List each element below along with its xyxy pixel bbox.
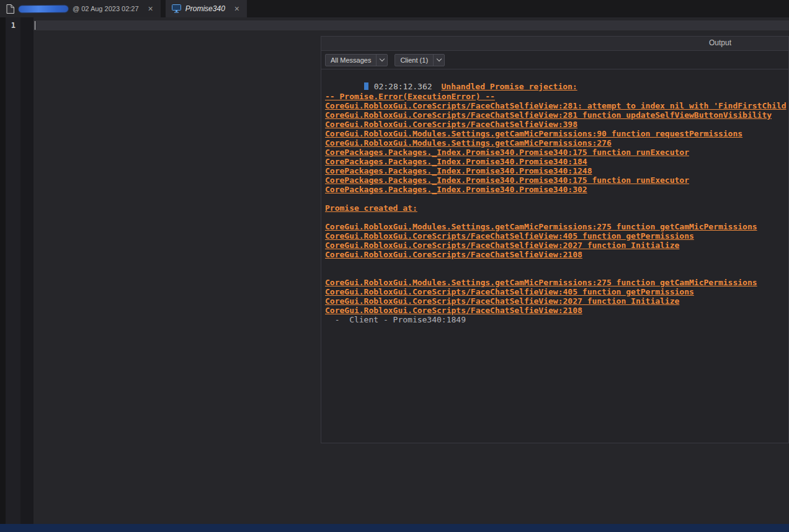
log-line[interactable]: CorePackages.Packages._Index.Promise340.…	[325, 166, 788, 175]
dropdown-label: Client (1)	[395, 55, 433, 66]
context-filter-dropdown[interactable]: Client (1)	[394, 54, 445, 66]
log-blank-line	[325, 194, 788, 203]
place-file-icon	[6, 4, 14, 14]
code-fold-margin	[20, 17, 33, 524]
log-line: - Client - Promise340:1849	[325, 315, 788, 324]
output-panel: Output All Messages Client (1) 02:28:12.…	[321, 36, 789, 443]
log-line[interactable]: CoreGui.RobloxGui.CoreScripts/FaceChatSe…	[325, 110, 788, 120]
log-line[interactable]: CoreGui.RobloxGui.CoreScripts/FaceChatSe…	[325, 296, 788, 306]
log-line[interactable]: CorePackages.Packages._Index.Promise340.…	[325, 148, 788, 157]
log-blank-line	[325, 268, 788, 278]
all-messages-dropdown[interactable]: All Messages	[325, 54, 388, 66]
log-line[interactable]: CoreGui.RobloxGui.Modules.Settings.getCa…	[325, 222, 788, 231]
log-line[interactable]: CorePackages.Packages._Index.Promise340.…	[325, 185, 788, 194]
log-line[interactable]: CoreGui.RobloxGui.CoreScripts/FaceChatSe…	[325, 120, 788, 129]
text-caret	[35, 21, 35, 30]
log-line[interactable]: -- Promise.Error(ExecutionError) --	[325, 92, 788, 101]
log-line[interactable]: CoreGui.RobloxGui.CoreScripts/FaceChatSe…	[325, 250, 788, 259]
log-line[interactable]: CoreGui.RobloxGui.Modules.Settings.getCa…	[325, 129, 788, 138]
log-line[interactable]: CoreGui.RobloxGui.CoreScripts/FaceChatSe…	[325, 101, 788, 110]
log-blank-line	[325, 259, 788, 268]
log-line[interactable]: CoreGui.RobloxGui.CoreScripts/FaceChatSe…	[325, 306, 788, 315]
log-blank-line	[325, 213, 788, 222]
log-line[interactable]: CoreGui.RobloxGui.Modules.Settings.getCa…	[325, 278, 788, 287]
output-title: Output	[709, 38, 731, 47]
output-toolbar: All Messages Client (1)	[321, 51, 788, 69]
log-line-first[interactable]: 02:28:12.362Unhandled Promise rejection:	[325, 72, 788, 82]
log-timestamp: 02:28:12.362	[374, 82, 432, 91]
tab-script-promise340[interactable]: Promise340 ×	[166, 0, 247, 17]
line-number: 1	[6, 21, 20, 30]
log-line[interactable]: CorePackages.Packages._Index.Promise340.…	[325, 175, 788, 185]
studio-window: @ 02 Aug 2023 02:27 × Promise340 × 1 Out…	[0, 0, 789, 532]
client-script-icon	[172, 4, 181, 13]
breakpoint-margin	[0, 17, 6, 524]
log-line[interactable]: CoreGui.RobloxGui.CoreScripts/FaceChatSe…	[325, 231, 788, 241]
tab-place[interactable]: @ 02 Aug 2023 02:27 ×	[0, 0, 161, 17]
chevron-down-icon	[433, 55, 444, 66]
line-number-gutter: 1	[6, 17, 20, 524]
current-line-highlight	[33, 20, 789, 30]
tab-script-title: Promise340	[185, 4, 225, 13]
tab-bar: @ 02 Aug 2023 02:27 × Promise340 ×	[0, 0, 789, 17]
log-context-marker	[364, 82, 368, 90]
log-line[interactable]: CoreGui.RobloxGui.CoreScripts/FaceChatSe…	[325, 287, 788, 296]
dropdown-label: All Messages	[326, 55, 376, 66]
log-line[interactable]: Promise created at:	[325, 203, 788, 213]
output-titlebar[interactable]: Output	[321, 37, 788, 51]
redacted-place-name	[19, 5, 68, 12]
chevron-down-icon	[376, 55, 387, 66]
log-line[interactable]: CoreGui.RobloxGui.Modules.Settings.getCa…	[325, 138, 788, 148]
output-log[interactable]: 02:28:12.362Unhandled Promise rejection:…	[321, 69, 788, 443]
log-line[interactable]: CorePackages.Packages._Index.Promise340.…	[325, 157, 788, 166]
status-bar	[0, 524, 789, 532]
tab-place-timestamp: @ 02 Aug 2023 02:27	[73, 5, 139, 12]
close-icon[interactable]: ×	[147, 4, 154, 13]
close-icon[interactable]: ×	[233, 4, 241, 13]
log-line[interactable]: CoreGui.RobloxGui.CoreScripts/FaceChatSe…	[325, 241, 788, 250]
log-message: Unhandled Promise rejection:	[442, 82, 577, 91]
